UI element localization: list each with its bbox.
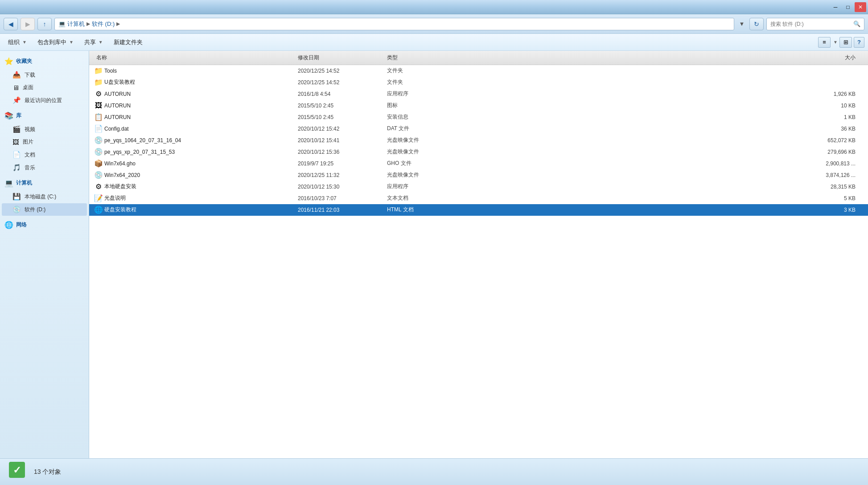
- col-header-name[interactable]: 名称: [93, 54, 298, 62]
- toolbar: 组织 ▼ 包含到库中 ▼ 共享 ▼ 新建文件夹 ≡ ▼ ⊞ ?: [0, 34, 868, 51]
- file-size: 3 KB: [458, 207, 864, 213]
- table-row[interactable]: 📁 U盘安装教程 2020/12/25 14:52 文件夹: [89, 77, 868, 88]
- up-icon: ↑: [43, 21, 46, 28]
- file-date: 2016/11/21 22:03: [298, 207, 387, 213]
- view-button[interactable]: ≡: [818, 37, 831, 48]
- sidebar-item-image[interactable]: 🖼 图片: [2, 136, 87, 148]
- file-size: 1,926 KB: [458, 91, 864, 97]
- file-icon: 🖼: [93, 102, 104, 110]
- help-button[interactable]: ?: [854, 37, 864, 48]
- file-name: AUTORUN: [104, 103, 298, 109]
- network-label: 网络: [16, 221, 27, 229]
- file-size: 3,874,126 ...: [458, 172, 864, 178]
- refresh-button[interactable]: ↻: [749, 18, 764, 30]
- file-icon: 💿: [93, 148, 104, 156]
- preview-pane-button[interactable]: ⊞: [839, 37, 852, 48]
- new-folder-button[interactable]: 新建文件夹: [109, 36, 147, 49]
- file-type: 文件夹: [387, 67, 458, 74]
- search-bar: 🔍: [766, 18, 864, 30]
- file-date: 2020/12/25 11:32: [298, 172, 387, 178]
- table-row[interactable]: 📝 光盘说明 2016/10/23 7:07 文本文档 5 KB: [89, 193, 868, 204]
- share-button[interactable]: 共享 ▼: [80, 36, 107, 49]
- minimize-button[interactable]: ─: [830, 2, 841, 12]
- col-header-date[interactable]: 修改日期: [298, 54, 387, 62]
- d-drive-label: 软件 (D:): [25, 206, 45, 214]
- include-library-button[interactable]: 包含到库中 ▼: [33, 36, 78, 49]
- table-row[interactable]: 📁 Tools 2020/12/25 14:52 文件夹: [89, 65, 868, 77]
- back-icon: ◀: [8, 21, 13, 28]
- table-row[interactable]: 📋 AUTORUN 2015/5/10 2:45 安装信息 1 KB: [89, 111, 868, 123]
- sidebar-header-library[interactable]: 📚 库: [0, 109, 89, 123]
- file-icon: 📄: [93, 124, 104, 133]
- statusbar: ✓ 13 个对象: [0, 458, 868, 485]
- c-drive-label: 本地磁盘 (C:): [25, 193, 56, 201]
- file-date: 2020/10/12 15:42: [298, 126, 387, 132]
- sidebar-item-desktop[interactable]: 🖥 桌面: [2, 82, 87, 94]
- table-row[interactable]: ⚙ AUTORUN 2016/1/8 4:54 应用程序 1,926 KB: [89, 88, 868, 100]
- col-header-type[interactable]: 类型: [387, 54, 458, 62]
- file-size: 279,696 KB: [458, 149, 864, 155]
- back-button[interactable]: ◀: [4, 18, 18, 30]
- table-row[interactable]: 💿 Win7x64_2020 2020/12/25 11:32 光盘映像文件 3…: [89, 169, 868, 181]
- sidebar-header-favorites[interactable]: ⭐ 收藏夹: [0, 54, 89, 68]
- sidebar-header-computer[interactable]: 💻 计算机: [0, 176, 89, 190]
- music-label: 音乐: [25, 164, 35, 172]
- music-icon: 🎵: [12, 164, 21, 172]
- organize-button[interactable]: 组织 ▼: [4, 36, 31, 49]
- file-name: Win7x64.gho: [104, 160, 298, 167]
- close-button[interactable]: ✕: [855, 2, 866, 12]
- file-list: 📁 Tools 2020/12/25 14:52 文件夹 📁 U盘安装教程 20…: [89, 65, 868, 458]
- file-size: 652,072 KB: [458, 137, 864, 144]
- breadcrumb-computer[interactable]: 计算机: [67, 20, 85, 28]
- file-date: 2015/5/10 2:45: [298, 103, 387, 109]
- file-type: 光盘映像文件: [387, 136, 458, 144]
- sidebar-item-download[interactable]: 📥 下载: [2, 69, 87, 81]
- computer-label: 计算机: [16, 179, 32, 187]
- maximize-button[interactable]: □: [842, 2, 854, 12]
- image-label: 图片: [23, 138, 33, 146]
- file-size: 2,900,813 ...: [458, 160, 864, 167]
- include-library-label: 包含到库中: [37, 38, 66, 46]
- file-type: GHO 文件: [387, 160, 458, 167]
- breadcrumb-icon: 💻: [58, 21, 66, 27]
- file-type: 图标: [387, 102, 458, 109]
- sidebar-item-music[interactable]: 🎵 音乐: [2, 161, 87, 174]
- file-type: 安装信息: [387, 113, 458, 121]
- file-icon: 🌐: [93, 206, 104, 214]
- address-bar: ◀ ▶ ↑ 💻 计算机 ▶ 软件 (D:) ▶ ▼ ↻ 🔍: [0, 14, 868, 34]
- sidebar-item-c-drive[interactable]: 💾 本地磁盘 (C:): [2, 190, 87, 203]
- table-row[interactable]: 🌐 硬盘安装教程 2016/11/21 22:03 HTML 文档 3 KB: [89, 204, 868, 216]
- col-header-size[interactable]: 大小: [458, 54, 864, 62]
- table-row[interactable]: ⚙ 本地硬盘安装 2020/10/12 15:30 应用程序 28,315 KB: [89, 181, 868, 193]
- file-type: 光盘映像文件: [387, 148, 458, 156]
- file-date: 2020/10/12 15:41: [298, 137, 387, 144]
- table-row[interactable]: 📄 Config.dat 2020/10/12 15:42 DAT 文件 36 …: [89, 123, 868, 135]
- sidebar-item-video[interactable]: 🎬 视频: [2, 123, 87, 136]
- forward-icon: ▶: [25, 21, 30, 28]
- table-row[interactable]: 💿 pe_yqs_xp_20_07_31_15_53 2020/10/12 15…: [89, 146, 868, 158]
- sidebar-section-network: 🌐 网络: [0, 218, 89, 232]
- file-icon: ⚙: [93, 90, 104, 98]
- svg-text:✓: ✓: [13, 464, 21, 476]
- sidebar-item-d-drive[interactable]: 💿 软件 (D:): [2, 203, 87, 216]
- sidebar-item-doc[interactable]: 📄 文档: [2, 148, 87, 161]
- breadcrumb-drive[interactable]: 软件 (D:): [92, 20, 115, 28]
- sidebar-header-network[interactable]: 🌐 网络: [0, 218, 89, 232]
- forward-button[interactable]: ▶: [21, 18, 35, 30]
- sidebar-item-recent[interactable]: 📌 最近访问的位置: [2, 94, 87, 107]
- search-input[interactable]: [770, 21, 851, 27]
- file-icon: 📁: [93, 78, 104, 86]
- table-row[interactable]: 📦 Win7x64.gho 2019/9/7 19:25 GHO 文件 2,90…: [89, 158, 868, 169]
- up-button[interactable]: ↑: [37, 18, 52, 30]
- sidebar-section-computer: 💻 计算机 💾 本地磁盘 (C:) 💿 软件 (D:): [0, 176, 89, 216]
- table-row[interactable]: 💿 pe_yqs_1064_20_07_31_16_04 2020/10/12 …: [89, 135, 868, 146]
- doc-icon: 📄: [12, 151, 21, 159]
- file-name: Tools: [104, 68, 298, 74]
- desktop-label: 桌面: [23, 84, 33, 91]
- doc-label: 文档: [25, 151, 35, 159]
- dropdown-button[interactable]: ▼: [737, 18, 747, 30]
- file-icon: 📁: [93, 66, 104, 75]
- network-icon: 🌐: [4, 221, 13, 229]
- file-size: 1 KB: [458, 114, 864, 120]
- table-row[interactable]: 🖼 AUTORUN 2015/5/10 2:45 图标 10 KB: [89, 100, 868, 111]
